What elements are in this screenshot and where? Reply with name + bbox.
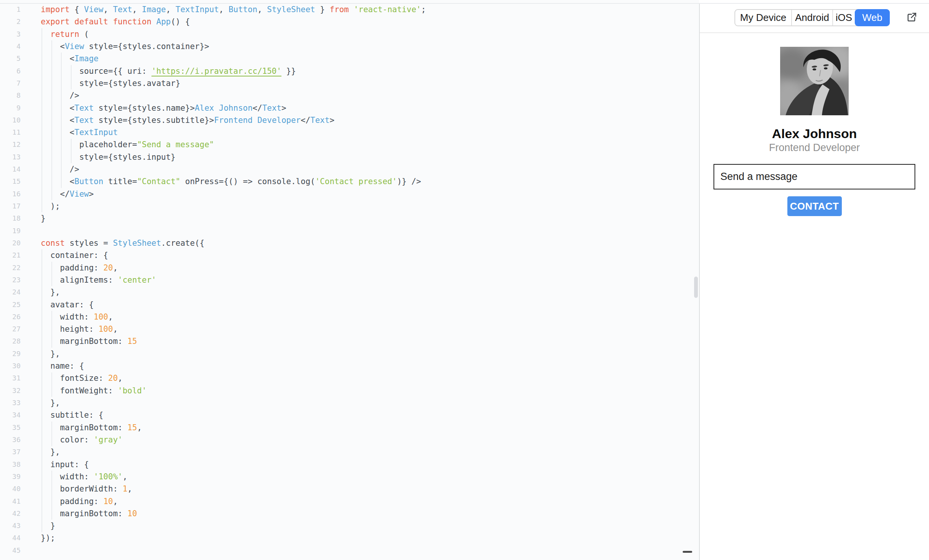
line-number: 14 bbox=[0, 163, 21, 175]
profile-name: Alex Johnson bbox=[772, 126, 857, 142]
line-number: 34 bbox=[0, 409, 21, 421]
code-line[interactable]: 26 width: 100, bbox=[0, 311, 699, 323]
line-number: 19 bbox=[0, 225, 21, 237]
code-line[interactable]: 40 borderWidth: 1, bbox=[0, 483, 699, 495]
editor-preview-divider[interactable] bbox=[699, 3, 700, 560]
code-line[interactable]: 18} bbox=[0, 212, 699, 224]
line-number: 10 bbox=[0, 114, 21, 126]
line-number: 32 bbox=[0, 385, 21, 397]
line-number: 41 bbox=[0, 495, 21, 508]
line-number: 12 bbox=[0, 138, 21, 151]
line-number: 42 bbox=[0, 508, 21, 520]
code-line[interactable]: 25 avatar: { bbox=[0, 299, 699, 311]
line-number: 20 bbox=[0, 237, 21, 249]
message-input[interactable] bbox=[714, 164, 915, 189]
code-line[interactable]: 24 }, bbox=[0, 286, 699, 298]
line-number: 9 bbox=[0, 102, 21, 114]
tab-my-device[interactable]: My Device bbox=[735, 10, 791, 25]
line-number: 4 bbox=[0, 40, 21, 52]
contact-button[interactable]: CONTACT bbox=[787, 196, 842, 216]
code-line[interactable]: 6 source={{ uri: 'https://i.pravatar.cc/… bbox=[0, 65, 699, 77]
line-number: 18 bbox=[0, 212, 21, 224]
code-line[interactable]: 44}); bbox=[0, 532, 699, 544]
line-number: 3 bbox=[0, 28, 21, 40]
editor-scrollbar-thumb[interactable] bbox=[694, 277, 698, 298]
code-line[interactable]: 30 name: { bbox=[0, 360, 699, 372]
line-number: 45 bbox=[0, 544, 21, 557]
line-number: 24 bbox=[0, 286, 21, 298]
line-number: 1 bbox=[0, 3, 21, 16]
code-line[interactable]: 3 return ( bbox=[0, 28, 699, 40]
line-number: 6 bbox=[0, 65, 21, 77]
code-line[interactable]: 27 height: 100, bbox=[0, 323, 699, 335]
code-line[interactable]: 21 container: { bbox=[0, 249, 699, 261]
code-line[interactable]: 33 }, bbox=[0, 397, 699, 409]
line-number: 44 bbox=[0, 532, 21, 544]
line-number: 29 bbox=[0, 348, 21, 360]
line-number: 17 bbox=[0, 200, 21, 212]
line-number: 13 bbox=[0, 151, 21, 163]
code-line[interactable]: 15 <Button title="Contact" onPress={() =… bbox=[0, 175, 699, 188]
avatar-image bbox=[780, 47, 849, 115]
code-line[interactable]: 31 fontSize: 20, bbox=[0, 372, 699, 384]
line-number: 23 bbox=[0, 274, 21, 286]
code-line[interactable]: 14 /> bbox=[0, 163, 699, 175]
device-tabbar: My DeviceAndroidiOSWeb bbox=[734, 9, 890, 26]
line-number: 7 bbox=[0, 77, 21, 89]
code-line[interactable]: 38 input: { bbox=[0, 458, 699, 471]
line-number: 33 bbox=[0, 397, 21, 409]
code-line[interactable]: 11 <TextInput bbox=[0, 126, 699, 138]
code-line[interactable]: 8 /> bbox=[0, 89, 699, 102]
code-line[interactable]: 20const styles = StyleSheet.create({ bbox=[0, 237, 699, 249]
line-number: 35 bbox=[0, 422, 21, 434]
code-line[interactable]: 32 fontWeight: 'bold' bbox=[0, 385, 699, 397]
code-line[interactable]: 10 <Text style={styles.subtitle}>Fronten… bbox=[0, 114, 699, 126]
code-line[interactable]: 37 }, bbox=[0, 446, 699, 458]
line-number: 25 bbox=[0, 299, 21, 311]
code-line[interactable]: 1import { View, Text, Image, TextInput, … bbox=[0, 3, 699, 16]
line-number: 30 bbox=[0, 360, 21, 372]
code-line[interactable]: 19 bbox=[0, 225, 699, 237]
code-line[interactable]: 41 padding: 10, bbox=[0, 495, 699, 508]
line-number: 37 bbox=[0, 446, 21, 458]
code-line[interactable]: 34 subtitle: { bbox=[0, 409, 699, 421]
code-line[interactable]: 9 <Text style={styles.name}>Alex Johnson… bbox=[0, 102, 699, 114]
code-line[interactable]: 13 style={styles.input} bbox=[0, 151, 699, 163]
line-number: 40 bbox=[0, 483, 21, 495]
line-number: 15 bbox=[0, 175, 21, 188]
console-toggle-handle[interactable] bbox=[683, 551, 692, 553]
code-line[interactable]: 39 width: '100%', bbox=[0, 471, 699, 483]
code-line[interactable]: 16 </View> bbox=[0, 188, 699, 200]
external-link-icon bbox=[906, 11, 918, 24]
code-line[interactable]: 28 marginBottom: 15 bbox=[0, 335, 699, 347]
code-line[interactable]: 2export default function App() { bbox=[0, 16, 699, 28]
code-line[interactable]: 35 marginBottom: 15, bbox=[0, 422, 699, 434]
preview-header: My DeviceAndroidiOSWeb bbox=[700, 3, 929, 33]
line-number: 28 bbox=[0, 335, 21, 347]
code-line[interactable]: 43 } bbox=[0, 520, 699, 532]
line-number: 43 bbox=[0, 520, 21, 532]
tab-android[interactable]: Android bbox=[791, 10, 832, 25]
code-line[interactable]: 12 placeholder="Send a message" bbox=[0, 138, 699, 151]
code-line[interactable]: 42 marginBottom: 10 bbox=[0, 508, 699, 520]
code-line[interactable]: 4 <View style={styles.container}> bbox=[0, 40, 699, 52]
code-lines: 1import { View, Text, Image, TextInput, … bbox=[0, 3, 699, 557]
tab-ios[interactable]: iOS bbox=[832, 10, 855, 25]
code-line[interactable]: 7 style={styles.avatar} bbox=[0, 77, 699, 89]
line-number: 39 bbox=[0, 471, 21, 483]
line-number: 16 bbox=[0, 188, 21, 200]
open-external-button[interactable] bbox=[905, 11, 918, 24]
line-number: 8 bbox=[0, 89, 21, 102]
code-line[interactable]: 17 ); bbox=[0, 200, 699, 212]
profile-role: Frontend Developer bbox=[769, 142, 860, 154]
code-line[interactable]: 29 }, bbox=[0, 348, 699, 360]
tab-web[interactable]: Web bbox=[855, 9, 890, 26]
code-line[interactable]: 36 color: 'gray' bbox=[0, 434, 699, 446]
code-line[interactable]: 45 bbox=[0, 544, 699, 557]
code-line[interactable]: 23 alignItems: 'center' bbox=[0, 274, 699, 286]
preview-panel: My DeviceAndroidiOSWeb bbox=[700, 0, 929, 560]
code-editor[interactable]: 1import { View, Text, Image, TextInput, … bbox=[0, 0, 699, 560]
code-line[interactable]: 22 padding: 20, bbox=[0, 262, 699, 274]
line-number: 5 bbox=[0, 52, 21, 65]
code-line[interactable]: 5 <Image bbox=[0, 52, 699, 65]
